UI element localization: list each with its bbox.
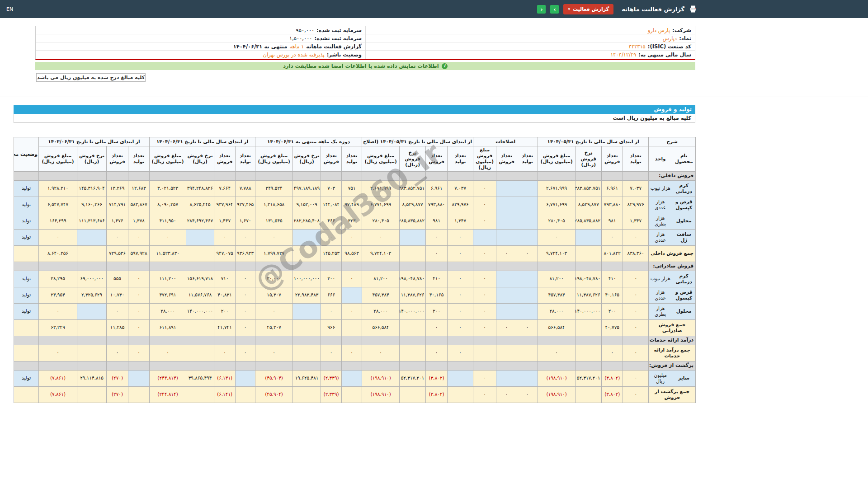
cell: ۴۹۷,۱۸۹,۱۸۹ [293, 180, 321, 197]
cell [362, 336, 400, 345]
column-header: تعداد فروش [602, 146, 623, 172]
cell: ۰ [39, 303, 77, 319]
column-header: تعداد فروش [214, 146, 236, 172]
cell: ۰ [623, 303, 649, 319]
cell [623, 262, 649, 271]
cell: ۰ [342, 345, 362, 361]
product-name-cell: کرم درمانی [672, 271, 696, 287]
cell: (۳,۸۰۲) [602, 386, 623, 403]
cell [576, 386, 602, 403]
cell: (۷,۸۶۱) [39, 370, 77, 386]
cell [150, 336, 186, 345]
cell: ۱۱,۲۸۵ [107, 319, 128, 336]
production-sales-header: تولید و فروش [14, 105, 695, 114]
cell [400, 361, 426, 370]
cell: ۰ [448, 229, 473, 245]
cell [293, 262, 321, 271]
status-cell [14, 386, 39, 403]
info-value: ۱,۵۰۰,۰۰۰ [289, 35, 312, 42]
cell [255, 336, 293, 345]
cell: ۱,۷۹۹,۷۲۷ [255, 245, 293, 262]
total-row: جمع فروش صادراتی۰۴۰,۷۷۵۵۶۶,۵۸۴۰۰۰۰۰۵۶۶,۵… [14, 319, 696, 336]
unit-cell: هزار عددی [649, 287, 672, 303]
next-report-button[interactable]: › [550, 5, 559, 14]
column-header: نرخ فروش (ریال) [576, 146, 602, 172]
total-label: جمع فروش صادراتی [649, 319, 696, 336]
cell: ۹۶۶ [321, 319, 342, 336]
cell: ۰ [236, 303, 255, 319]
cell [362, 171, 400, 180]
cell [150, 262, 186, 271]
cell: ۷۲۹,۵۳۶ [107, 245, 128, 262]
cell [623, 171, 649, 180]
column-header: مبلغ فروش (میلیون ریال) [150, 146, 186, 172]
cell [293, 336, 321, 345]
product-row: کرم درمانیهزار تیوب۷,۰۳۷۶,۹۶۱۳۸۳,۸۵۲,۷۵۱… [14, 180, 696, 197]
language-toggle[interactable]: EN [6, 6, 13, 12]
cell: ۷۰۳ [321, 180, 342, 197]
cell [39, 262, 77, 271]
cell: ۰ [150, 345, 186, 361]
cell: ۰ [448, 271, 473, 287]
cell: ۰ [236, 319, 255, 336]
print-icon[interactable] [689, 5, 697, 13]
cell [602, 262, 623, 271]
cell: ۰ [538, 229, 576, 245]
cell [473, 262, 496, 271]
section-label: فروش داخلی: [649, 171, 696, 180]
cell: ۰ [255, 345, 293, 361]
cell [186, 386, 214, 403]
column-header: تعداد تولید [517, 146, 538, 172]
unit-note-row: کلیه مبالغ به میلیون ریال است [14, 114, 695, 123]
cell: ۱,۳۷۸ [128, 213, 150, 229]
cell [186, 336, 214, 345]
cell: ۰ [214, 229, 236, 245]
report-type-button[interactable]: گزارش فعالیت ▾ [563, 4, 613, 14]
previous-report-button[interactable]: ‹ [537, 5, 546, 14]
total-row: جمع فروش داخلی۸۳۸,۳۶۰۸۰۱,۸۲۲۹,۷۲۴,۱۰۳۰۰۰… [14, 245, 696, 262]
column-header: نرخ فروش (ریال) [77, 146, 107, 172]
cell [517, 336, 538, 345]
cell: ۰ [473, 319, 496, 336]
cell: ۶,۹۶۱ [426, 180, 448, 197]
cell: ۵۵۵ [107, 271, 128, 287]
cell [576, 262, 602, 271]
signed-info-banner: i اطلاعات نمایش داده شده با اطلاعات امضا… [35, 62, 695, 70]
product-row: قرص و کپسولهزار عددی۸۲۹,۹۷۶۷۹۳,۸۸۰۸,۵۲۹,… [14, 197, 696, 213]
section-label: درآمد ارائه خدمات: [649, 336, 696, 345]
cell [342, 319, 362, 336]
page-title: گزارش فعالیت ماهانه [622, 6, 684, 13]
status-cell [14, 345, 39, 361]
status-cell: تولید [14, 370, 39, 386]
cell [362, 361, 400, 370]
cell: (۴۵,۹۰۴) [255, 370, 293, 386]
cell: ۸۱,۲۰۰ [362, 271, 400, 287]
cell [576, 345, 602, 361]
cell [517, 361, 538, 370]
cell [321, 361, 342, 370]
cell: ۳۹,۸۶۵,۴۹۴ [186, 370, 214, 386]
cell [342, 287, 362, 303]
cell [400, 262, 426, 271]
cell: ۰ [342, 229, 362, 245]
cell: ۰ [473, 370, 496, 386]
cell: (۶,۱۴۱) [214, 370, 236, 386]
column-header: مبلغ فروش (میلیون ریال) [255, 146, 293, 172]
cell: ۰ [321, 229, 342, 245]
cell: ۰ [236, 345, 255, 361]
cell [517, 229, 538, 245]
cell [448, 370, 473, 386]
cell [236, 262, 255, 271]
cell: ۱,۳۴۷ [448, 213, 473, 229]
cell [255, 361, 293, 370]
section-row: درآمد ارائه خدمات: [14, 336, 696, 345]
info-item: نماد:دپارس [366, 34, 695, 42]
cell: ۵۶۶,۵۸۴ [538, 319, 576, 336]
cell: ۰ [623, 229, 649, 245]
cell [77, 245, 107, 262]
cell: ۰ [39, 229, 77, 245]
cell [400, 386, 426, 403]
cell [576, 245, 602, 262]
cell: ۰ [362, 229, 400, 245]
cell [517, 197, 538, 213]
